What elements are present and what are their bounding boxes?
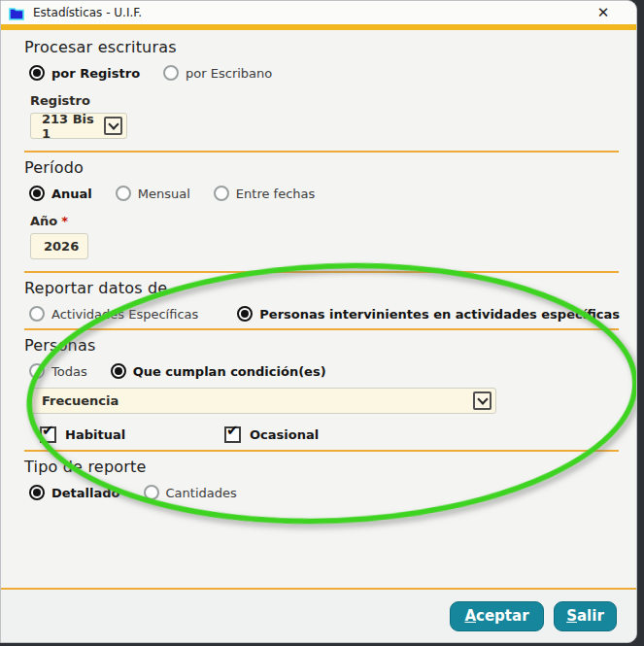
anio-input[interactable]: [30, 233, 88, 259]
radio-unselected-icon: [29, 363, 45, 379]
check-glyph: ✔: [42, 424, 54, 438]
salir-label: Salir: [566, 607, 604, 625]
dialog-content: Procesar escrituras por Registro por Esc…: [1, 30, 636, 500]
condicion-dropdown[interactable]: Frecuencia: [30, 388, 496, 414]
section-separator: [24, 328, 619, 330]
radio-unselected-icon: [214, 186, 229, 201]
anio-label-text: Año: [30, 214, 57, 228]
registro-value: 213 Bis 1: [42, 112, 104, 141]
radio-que-cumplan-condicion[interactable]: Que cumplan condición(es): [111, 363, 326, 379]
radio-label: Anual: [51, 187, 92, 201]
aceptar-button[interactable]: Aceptar: [450, 601, 544, 631]
radio-todas[interactable]: Todas: [29, 363, 87, 379]
radio-selected-icon: [237, 306, 253, 322]
registro-dropdown[interactable]: 213 Bis 1: [30, 113, 127, 139]
radio-label: Todas: [51, 364, 87, 379]
condicion-value: Frecuencia: [42, 393, 473, 408]
registro-label: Registro: [30, 93, 636, 108]
checkbox-checked-icon: ✔: [40, 426, 56, 443]
section-separator: [24, 271, 619, 273]
radio-cantidades[interactable]: Cantidades: [144, 485, 237, 500]
checkbox-ocasional[interactable]: ✔ Ocasional: [224, 426, 409, 443]
radio-anual[interactable]: Anual: [29, 186, 92, 201]
chevron-down-icon[interactable]: [473, 391, 491, 410]
required-marker: *: [61, 214, 68, 228]
radio-label: Personas intervinientes en actividades e…: [259, 307, 620, 322]
procesar-radio-group: por Registro por Escribano: [29, 65, 636, 81]
salir-button[interactable]: Salir: [554, 601, 617, 631]
radio-entre-fechas[interactable]: Entre fechas: [214, 186, 315, 201]
checkbox-habitual[interactable]: ✔ Habitual: [40, 426, 224, 443]
radio-mensual[interactable]: Mensual: [116, 186, 190, 201]
radio-por-escribano[interactable]: por Escribano: [163, 65, 272, 81]
title-bar: Estadísticas - U.I.F. ✕: [1, 1, 636, 24]
radio-selected-icon: [29, 186, 45, 201]
radio-label: Detallado: [51, 486, 120, 500]
chevron-glyph: [108, 119, 119, 129]
radio-unselected-icon: [144, 485, 159, 500]
radio-unselected-icon: [116, 186, 131, 201]
close-icon[interactable]: ✕: [588, 2, 619, 23]
radio-selected-icon: [29, 65, 45, 81]
anio-label: Año*: [30, 214, 636, 228]
checkbox-label: Ocasional: [250, 427, 319, 442]
periodo-radio-group: Anual Mensual Entre fechas: [29, 186, 636, 201]
chevron-glyph: [477, 393, 488, 404]
app-folder-icon: [9, 6, 24, 20]
radio-label: Que cumplan condición(es): [133, 364, 326, 379]
window-title: Estadísticas - U.I.F.: [33, 6, 588, 19]
radio-selected-icon: [29, 485, 45, 500]
radio-label: Cantidades: [166, 486, 237, 500]
section-heading-reportar: Reportar datos de: [24, 279, 636, 297]
section-heading-tipo: Tipo de reporte: [24, 458, 636, 476]
section-heading-procesar: Procesar escrituras: [24, 38, 636, 56]
reportar-radio-group: Actividades Específicas Personas intervi…: [29, 306, 636, 322]
radio-unselected-icon: [163, 65, 179, 81]
radio-label: por Escribano: [186, 66, 272, 81]
section-separator: [24, 151, 619, 153]
radio-por-registro[interactable]: por Registro: [29, 65, 140, 81]
radio-label: Actividades Específicas: [51, 307, 198, 322]
desktop-background: { "window": { "title": "Estadísticas - U…: [0, 0, 644, 646]
section-heading-periodo: Período: [24, 158, 636, 177]
check-glyph: ✔: [226, 424, 239, 438]
radio-personas-intervinientes[interactable]: Personas intervinientes en actividades e…: [237, 306, 620, 322]
section-heading-personas: Personas: [24, 336, 636, 355]
radio-actividades-especificas[interactable]: Actividades Específicas: [29, 306, 198, 322]
chevron-down-icon[interactable]: [104, 117, 122, 135]
dialog-window: Estadísticas - U.I.F. ✕ Procesar escritu…: [0, 0, 637, 643]
dialog-footer: Aceptar Salir: [1, 588, 636, 642]
personas-radio-group: Todas Que cumplan condición(es): [29, 363, 636, 379]
checkbox-label: Habitual: [65, 427, 125, 442]
radio-unselected-icon: [29, 306, 45, 322]
aceptar-label: Aceptar: [464, 607, 528, 625]
radio-selected-icon: [111, 363, 126, 379]
frecuencia-checkbox-group: ✔ Habitual ✔ Ocasional: [40, 426, 636, 443]
radio-label: por Registro: [51, 66, 140, 81]
radio-label: Entre fechas: [236, 187, 315, 201]
section-separator: [24, 450, 619, 452]
radio-label: Mensual: [138, 187, 190, 201]
tipo-radio-group: Detallado Cantidades: [29, 485, 636, 500]
checkbox-checked-icon: ✔: [224, 426, 241, 443]
radio-detallado[interactable]: Detallado: [29, 485, 120, 500]
